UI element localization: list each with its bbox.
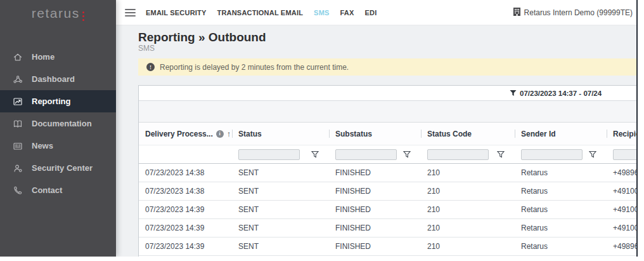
report-grid-panel: 07/23/2023 14:37 - 07/24 Delivery Proces… bbox=[138, 85, 638, 257]
table-cell: +49100 bbox=[607, 187, 638, 196]
filter-cell-sender-id bbox=[515, 145, 607, 163]
sidebar-item-dashboard[interactable]: Dashboard bbox=[0, 68, 116, 90]
table-cell: 07/23/2023 14:39 bbox=[139, 205, 232, 214]
status-filter-input[interactable] bbox=[238, 149, 300, 160]
sort-ascending-icon[interactable]: ↑ bbox=[227, 129, 231, 138]
table-cell: Retarus bbox=[515, 224, 607, 232]
table-cell: SENT bbox=[232, 187, 329, 196]
table-cell: 07/23/2023 14:38 bbox=[139, 187, 232, 196]
grid-group-panel bbox=[139, 100, 638, 122]
grid-toolbar: 07/23/2023 14:37 - 07/24 bbox=[139, 86, 638, 100]
sidebar-item-label: Reporting bbox=[32, 97, 70, 106]
table-cell: Retarus bbox=[515, 242, 607, 251]
retarus-logo[interactable]: retarus bbox=[0, 0, 116, 27]
table-cell: +49100 bbox=[607, 224, 638, 232]
filter-funnel-icon[interactable] bbox=[403, 151, 411, 158]
nav-sms[interactable]: SMS bbox=[314, 9, 329, 17]
contact-phone-icon bbox=[13, 185, 23, 196]
sidebar-item-contact[interactable]: Contact bbox=[0, 179, 116, 201]
sidebar-item-security-center[interactable]: Security Center bbox=[0, 157, 116, 179]
table-cell: 210 bbox=[421, 242, 515, 251]
table-row[interactable]: 07/23/2023 14:38SENTFINISHED210Retarus+4… bbox=[139, 182, 638, 201]
security-center-icon bbox=[13, 163, 23, 173]
filter-funnel-icon[interactable] bbox=[497, 151, 505, 158]
info-icon[interactable]: i bbox=[216, 130, 224, 138]
sender-id-filter-input[interactable] bbox=[521, 149, 583, 160]
table-cell: 210 bbox=[421, 205, 515, 214]
table-cell: FINISHED bbox=[329, 242, 421, 251]
filter-funnel-icon[interactable] bbox=[311, 151, 319, 158]
substatus-filter-input[interactable] bbox=[335, 149, 397, 160]
column-label: Delivery Process... bbox=[145, 130, 213, 138]
product-nav: EMAIL SECURITY TRANSACTIONAL EMAIL SMS F… bbox=[146, 9, 377, 17]
table-cell: SENT bbox=[232, 224, 329, 232]
date-range-text: 07/23/2023 14:37 - 07/24 bbox=[520, 90, 602, 97]
column-label: Substatus bbox=[335, 130, 372, 138]
reporting-chart-icon bbox=[13, 96, 23, 107]
sidebar-item-home[interactable]: Home bbox=[0, 46, 116, 68]
sidebar-item-label: Security Center bbox=[32, 163, 93, 173]
sidebar-item-label: Documentation bbox=[32, 119, 92, 128]
table-cell: FINISHED bbox=[329, 205, 421, 214]
table-row[interactable]: 07/23/2023 14:39SENTFINISHED210Retarus+4… bbox=[139, 238, 638, 256]
nav-edi[interactable]: EDI bbox=[365, 9, 377, 17]
table-cell: 07/23/2023 14:38 bbox=[139, 168, 232, 177]
menu-hamburger-icon[interactable] bbox=[125, 7, 136, 18]
table-cell: FINISHED bbox=[329, 187, 421, 196]
table-filter-row bbox=[139, 145, 638, 164]
nav-email-security[interactable]: EMAIL SECURITY bbox=[146, 9, 207, 17]
filter-funnel-icon bbox=[510, 90, 517, 97]
column-header-sender-id[interactable]: Sender Id bbox=[515, 123, 607, 145]
column-label: Status Code bbox=[427, 130, 472, 138]
table-cell: +49100 bbox=[607, 205, 638, 214]
sidebar-item-documentation[interactable]: Documentation bbox=[0, 112, 116, 135]
main-content: Reporting » Outbound SMS ! Reporting is … bbox=[116, 25, 638, 257]
table-cell: SENT bbox=[232, 242, 329, 251]
table-row[interactable]: 07/23/2023 14:39SENTFINISHED210Retarus+4… bbox=[139, 219, 638, 238]
table-cell: 210 bbox=[421, 224, 515, 232]
table-cell: 07/23/2023 14:39 bbox=[139, 242, 232, 251]
table-row[interactable]: 07/23/2023 14:39SENTFINISHED210Retarus+4… bbox=[139, 201, 638, 219]
filter-cell-delivery-processed bbox=[139, 145, 232, 163]
column-header-recipient[interactable]: Recipient bbox=[607, 123, 638, 145]
column-header-status[interactable]: Status bbox=[232, 123, 329, 145]
table-cell: FINISHED bbox=[329, 224, 421, 232]
nav-transactional-email[interactable]: TRANSACTIONAL EMAIL bbox=[217, 9, 304, 17]
sidebar-nav: Home Dashboard Reporting Documentation bbox=[0, 46, 116, 201]
page-subtitle: SMS bbox=[138, 44, 638, 53]
column-header-substatus[interactable]: Substatus bbox=[329, 123, 421, 145]
news-icon bbox=[13, 140, 23, 151]
date-range-filter[interactable]: 07/23/2023 14:37 - 07/24 bbox=[510, 86, 602, 100]
table-cell: SENT bbox=[232, 205, 329, 214]
alert-exclamation-icon: ! bbox=[146, 63, 155, 71]
table-cell: Retarus bbox=[515, 205, 607, 214]
filter-cell-status bbox=[232, 145, 329, 163]
account-name: Retarus Intern Demo (99999TE) bbox=[524, 8, 633, 17]
sidebar-item-reporting[interactable]: Reporting bbox=[0, 90, 116, 112]
filter-cell-recipient bbox=[607, 145, 638, 163]
table-cell: FINISHED bbox=[329, 168, 421, 177]
table-row[interactable]: 07/23/2023 14:38SENTFINISHED210Retarus+4… bbox=[139, 164, 638, 182]
sidebar-item-news[interactable]: News bbox=[0, 135, 116, 157]
organization-building-icon bbox=[513, 8, 520, 18]
table-cell: 07/23/2023 14:39 bbox=[139, 224, 232, 232]
sidebar-item-label: Home bbox=[32, 52, 55, 62]
page-title: Reporting » Outbound bbox=[138, 30, 638, 44]
home-icon bbox=[13, 51, 23, 62]
column-header-delivery-processed[interactable]: Delivery Process... i ↑ bbox=[139, 123, 232, 145]
filter-funnel-icon[interactable] bbox=[589, 151, 596, 158]
sidebar-item-label: Dashboard bbox=[32, 74, 75, 84]
topbar: EMAIL SECURITY TRANSACTIONAL EMAIL SMS F… bbox=[116, 0, 638, 25]
status-code-filter-input[interactable] bbox=[427, 149, 489, 160]
column-label: Recipient bbox=[613, 130, 638, 138]
sidebar-item-label: Contact bbox=[32, 185, 62, 195]
nav-fax[interactable]: FAX bbox=[340, 9, 354, 17]
filter-cell-substatus bbox=[329, 145, 421, 163]
account-selector[interactable]: Retarus Intern Demo (99999TE) bbox=[513, 8, 633, 18]
sidebar: retarus Home Dashboard Reporting bbox=[0, 0, 116, 257]
recipient-filter-input[interactable] bbox=[613, 149, 638, 160]
sidebar-item-label: News bbox=[32, 141, 53, 151]
filter-cell-status-code bbox=[421, 145, 515, 163]
column-label: Status bbox=[238, 130, 262, 138]
column-header-status-code[interactable]: Status Code bbox=[421, 123, 515, 145]
